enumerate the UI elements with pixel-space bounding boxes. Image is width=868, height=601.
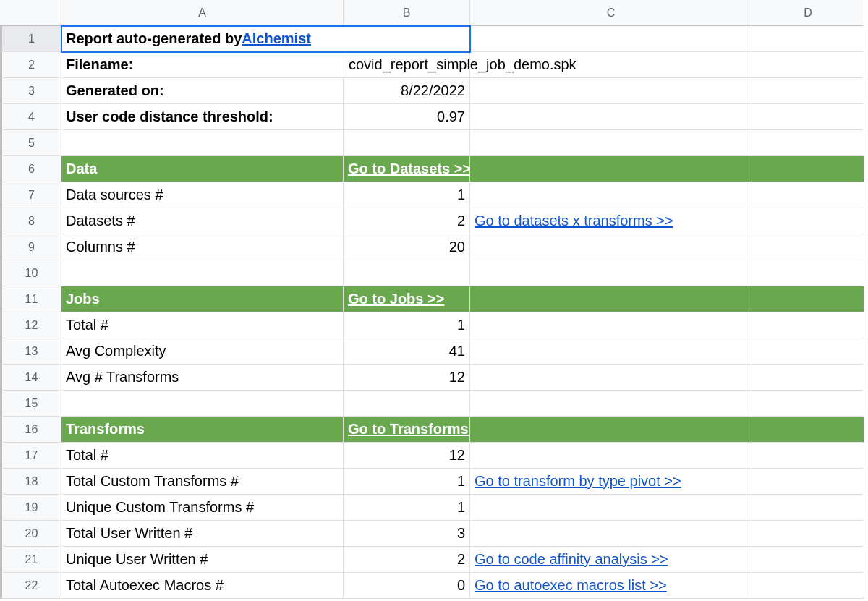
cell-d11[interactable] <box>752 286 864 312</box>
cell-d2[interactable] <box>752 52 864 78</box>
cell-c12[interactable] <box>470 312 752 338</box>
col-header-a[interactable]: A <box>61 0 344 26</box>
cell-a18[interactable]: Total Custom Transforms # <box>61 469 344 495</box>
row-header-8[interactable]: 8 <box>0 208 61 234</box>
cell-c11[interactable] <box>470 286 752 312</box>
row-header-15[interactable]: 15 <box>0 391 61 417</box>
cell-d8[interactable] <box>752 208 864 234</box>
select-all-corner[interactable] <box>0 0 61 26</box>
transform-pivot-link[interactable]: Go to transform by type pivot >> <box>475 473 681 490</box>
cell-a3-generated-label[interactable]: Generated on: <box>61 78 344 104</box>
cell-a8[interactable]: Datasets # <box>61 208 344 234</box>
cell-c8[interactable]: Go to datasets x transforms >> <box>470 208 752 234</box>
cell-a17[interactable]: Total # <box>61 443 344 469</box>
cell-d22[interactable] <box>752 573 864 599</box>
col-header-c[interactable]: C <box>470 0 752 26</box>
row-header-22[interactable]: 22 <box>0 573 61 599</box>
cell-d19[interactable] <box>752 495 864 521</box>
autoexec-macros-link[interactable]: Go to autoexec macros list >> <box>475 577 667 594</box>
datasets-transforms-link[interactable]: Go to datasets x transforms >> <box>475 213 673 229</box>
row-header-3[interactable]: 3 <box>0 78 61 104</box>
cell-d9[interactable] <box>752 234 864 260</box>
cell-a7[interactable]: Data sources # <box>61 182 344 208</box>
cell-d5[interactable] <box>752 130 864 156</box>
row-header-5[interactable]: 5 <box>0 130 61 156</box>
cell-b4-threshold-value[interactable]: 0.97 <box>344 104 470 130</box>
cell-d14[interactable] <box>752 365 864 391</box>
cell-c7[interactable] <box>470 182 752 208</box>
cell-c1[interactable] <box>470 26 752 52</box>
cell-c22[interactable]: Go to autoexec macros list >> <box>470 573 752 599</box>
cell-d6[interactable] <box>752 156 864 182</box>
cell-d21[interactable] <box>752 547 864 573</box>
cell-a15[interactable] <box>61 391 344 417</box>
cell-b9[interactable]: 20 <box>344 234 470 260</box>
cell-a1-title[interactable]: Report auto-generated by Alchemist <box>61 26 470 52</box>
cell-a20[interactable]: Total User Written # <box>61 521 344 547</box>
cell-a19[interactable]: Unique Custom Transforms # <box>61 495 344 521</box>
row-header-13[interactable]: 13 <box>0 338 61 365</box>
cell-a22[interactable]: Total Autoexec Macros # <box>61 573 344 599</box>
cell-a13[interactable]: Avg Complexity <box>61 338 344 365</box>
cell-d7[interactable] <box>752 182 864 208</box>
row-header-1[interactable]: 1 <box>0 26 61 52</box>
cell-d10[interactable] <box>752 260 864 286</box>
cell-b22[interactable]: 0 <box>344 573 470 599</box>
cell-d13[interactable] <box>752 338 864 365</box>
cell-b18[interactable]: 1 <box>344 469 470 495</box>
cell-b21[interactable]: 2 <box>344 547 470 573</box>
cell-d1[interactable] <box>752 26 864 52</box>
row-header-14[interactable]: 14 <box>0 365 61 391</box>
section-transforms-link[interactable]: Go to Transforms >> <box>344 417 470 443</box>
cell-a21[interactable]: Unique User Written # <box>61 547 344 573</box>
cell-b7[interactable]: 1 <box>344 182 470 208</box>
cell-b3-generated-value[interactable]: 8/22/2022 <box>344 78 470 104</box>
col-header-b[interactable]: B <box>344 0 470 26</box>
row-header-18[interactable]: 18 <box>0 469 61 495</box>
cell-b17[interactable]: 12 <box>344 443 470 469</box>
row-header-2[interactable]: 2 <box>0 52 61 78</box>
cell-a12[interactable]: Total # <box>61 312 344 338</box>
row-header-6[interactable]: 6 <box>0 156 61 182</box>
cell-a5[interactable] <box>61 130 344 156</box>
cell-b12[interactable]: 1 <box>344 312 470 338</box>
cell-c18[interactable]: Go to transform by type pivot >> <box>470 469 752 495</box>
row-header-10[interactable]: 10 <box>0 260 61 286</box>
cell-b5[interactable] <box>344 130 470 156</box>
cell-b14[interactable]: 12 <box>344 365 470 391</box>
cell-d20[interactable] <box>752 521 864 547</box>
section-data-link[interactable]: Go to Datasets >> <box>344 156 470 182</box>
row-header-11[interactable]: 11 <box>0 286 61 312</box>
cell-b2-filename-value[interactable]: covid_report_simple_job_demo.spk <box>344 52 470 78</box>
cell-c4[interactable] <box>470 104 752 130</box>
col-header-d[interactable]: D <box>752 0 864 26</box>
cell-d12[interactable] <box>752 312 864 338</box>
cell-c6[interactable] <box>470 156 752 182</box>
cell-b20[interactable]: 3 <box>344 521 470 547</box>
section-data-title[interactable]: Data <box>61 156 344 182</box>
cell-c16[interactable] <box>470 417 752 443</box>
cell-c9[interactable] <box>470 234 752 260</box>
cell-c17[interactable] <box>470 443 752 469</box>
cell-c15[interactable] <box>470 391 752 417</box>
cell-c13[interactable] <box>470 338 752 365</box>
cell-d18[interactable] <box>752 469 864 495</box>
row-header-20[interactable]: 20 <box>0 521 61 547</box>
cell-a10[interactable] <box>61 260 344 286</box>
cell-c20[interactable] <box>470 521 752 547</box>
cell-c19[interactable] <box>470 495 752 521</box>
cell-a14[interactable]: Avg # Transforms <box>61 365 344 391</box>
cell-a2-filename-label[interactable]: Filename: <box>61 52 344 78</box>
row-header-19[interactable]: 19 <box>0 495 61 521</box>
cell-d17[interactable] <box>752 443 864 469</box>
cell-b19[interactable]: 1 <box>344 495 470 521</box>
cell-b15[interactable] <box>344 391 470 417</box>
cell-c3[interactable] <box>470 78 752 104</box>
cell-a4-threshold-label[interactable]: User code distance threshold: <box>61 104 344 130</box>
code-affinity-link[interactable]: Go to code affinity analysis >> <box>475 551 668 568</box>
cell-c5[interactable] <box>470 130 752 156</box>
row-header-16[interactable]: 16 <box>0 417 61 443</box>
cell-b10[interactable] <box>344 260 470 286</box>
cell-b8[interactable]: 2 <box>344 208 470 234</box>
cell-b13[interactable]: 41 <box>344 338 470 365</box>
